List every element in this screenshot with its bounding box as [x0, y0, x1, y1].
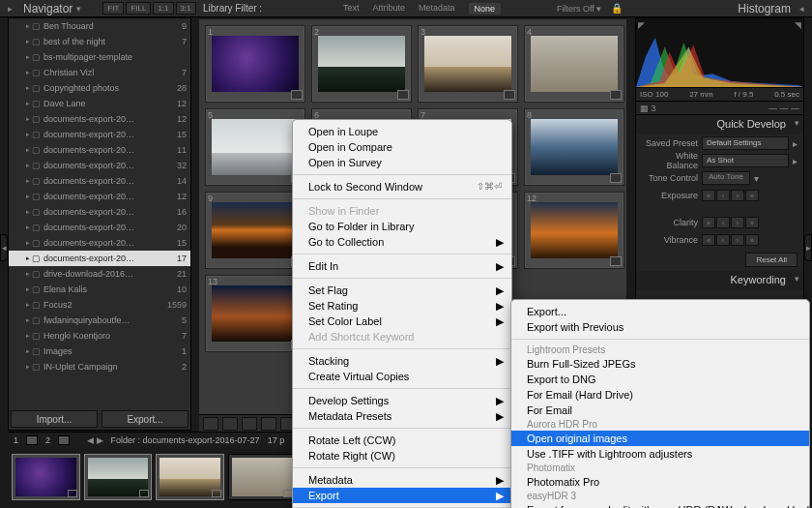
- expand-icon[interactable]: ▸: [24, 270, 32, 278]
- expand-icon[interactable]: ▸: [24, 254, 32, 262]
- folder-row[interactable]: ▸▢Ben Thouard9: [9, 18, 190, 34]
- expand-icon[interactable]: ▸: [24, 84, 32, 92]
- left-blade[interactable]: ◂: [0, 234, 8, 261]
- menu-item[interactable]: Create Virtual Copies: [293, 369, 511, 384]
- cell-badge-icon[interactable]: [397, 90, 409, 100]
- context-submenu-export[interactable]: Export...Export with PreviousLightroom P…: [510, 299, 810, 508]
- expand-icon[interactable]: ▸: [24, 38, 32, 45]
- grid-cell[interactable]: 13: [205, 275, 305, 352]
- grid-cell[interactable]: 5: [205, 108, 305, 186]
- expand-icon[interactable]: ▸: [24, 301, 32, 309]
- menu-item[interactable]: Set Color Label▶: [293, 314, 511, 329]
- collapse-icon[interactable]: ▾: [754, 173, 759, 184]
- expand-icon[interactable]: ▸: [24, 363, 32, 371]
- folder-row[interactable]: ▸▢best of the night7: [9, 34, 190, 49]
- filter-text[interactable]: Text: [343, 3, 360, 15]
- folder-list[interactable]: ▸▢Ben Thouard9▸▢best of the night7▸▢bs-m…: [9, 18, 190, 406]
- menu-item[interactable]: Export▶: [293, 488, 511, 503]
- expand-icon[interactable]: ▸: [24, 100, 32, 107]
- right-blade[interactable]: ▸: [804, 234, 812, 261]
- cell-badge-icon[interactable]: [610, 90, 622, 100]
- folder-row[interactable]: ▸▢IN-Uplet Campaign2: [9, 359, 190, 374]
- zoom-3to1[interactable]: 3:1: [176, 2, 196, 15]
- menu-item[interactable]: Stacking▶: [293, 353, 511, 369]
- keywording-header[interactable]: Keywording: [636, 271, 803, 290]
- grid-cell[interactable]: 3: [418, 25, 518, 103]
- exposure-stepper[interactable]: «‹›»: [702, 190, 759, 201]
- folder-row[interactable]: ▸▢documents-export-20…11: [9, 142, 190, 158]
- folder-row[interactable]: ▸▢documents-export-20…14: [9, 173, 190, 189]
- folder-row[interactable]: ▸▢documents-export-20…32: [9, 158, 190, 173]
- auto-tone-button[interactable]: Auto Tone: [702, 171, 750, 185]
- expand-icon[interactable]: ▸: [24, 239, 32, 247]
- collapse-icon[interactable]: ▸: [793, 138, 798, 149]
- folder-row[interactable]: ▸▢documents-export-20…15: [9, 127, 190, 142]
- expand-icon[interactable]: ▸: [24, 224, 32, 231]
- expand-icon[interactable]: ▸: [24, 347, 32, 355]
- grid-cell[interactable]: 1: [205, 25, 305, 103]
- expand-icon[interactable]: ▸: [24, 53, 32, 61]
- secondary-monitor-icon[interactable]: [58, 435, 70, 445]
- cell-badge-icon[interactable]: [504, 90, 515, 100]
- grid-cell[interactable]: 8: [524, 108, 624, 186]
- folder-row[interactable]: ▸▢documents-export-20…17: [9, 251, 190, 266]
- folder-row[interactable]: ▸▢Copyrighted photos28: [9, 80, 190, 96]
- folder-row[interactable]: ▸▢documents-export-20…15: [9, 235, 190, 251]
- filter-attribute[interactable]: Attribute: [373, 3, 406, 15]
- menu-item[interactable]: Metadata▶: [293, 472, 511, 488]
- menu-item[interactable]: Open in Survey: [293, 155, 511, 170]
- compare-view-button[interactable]: [242, 417, 257, 431]
- menu-item[interactable]: Go to Folder in Library: [293, 219, 511, 234]
- expand-icon[interactable]: ▸: [24, 208, 32, 216]
- folder-row[interactable]: ▸▢bs-multipager-template: [9, 49, 190, 65]
- menu-item[interactable]: Use .TIFF with Lightroom adjusters: [511, 446, 809, 462]
- menu-item[interactable]: Set Flag▶: [293, 283, 511, 298]
- quick-develop-header[interactable]: Quick Develop: [636, 115, 803, 134]
- folder-row[interactable]: ▸▢documents-export-20…12: [9, 189, 190, 204]
- histogram-label[interactable]: Histogram: [738, 2, 791, 15]
- folder-row[interactable]: ▸▢documents-export-20…16: [9, 204, 190, 220]
- expand-icon[interactable]: ▸: [24, 69, 32, 76]
- vibrance-stepper[interactable]: «‹›»: [702, 234, 759, 246]
- menu-item[interactable]: Develop Settings▶: [293, 393, 511, 408]
- filmstrip-thumb[interactable]: [156, 454, 224, 500]
- folder-row[interactable]: ▸▢Images1: [9, 344, 190, 359]
- folder-row[interactable]: ▸▢fwdaninquiryaboutfe…5: [9, 313, 190, 328]
- folder-row[interactable]: ▸▢Christian Vizl7: [9, 65, 190, 80]
- folder-row[interactable]: ▸▢drive-download-2016…21: [9, 266, 190, 282]
- histogram-disclose[interactable]: ◂: [799, 4, 804, 14]
- menu-item[interactable]: For Email: [511, 403, 809, 418]
- expand-icon[interactable]: ▸: [24, 316, 32, 324]
- survey-view-button[interactable]: [261, 417, 276, 431]
- zoom-fill[interactable]: FILL: [126, 2, 151, 15]
- filters-off[interactable]: Filters Off ▾: [557, 4, 601, 14]
- menu-item[interactable]: Open in Compare: [293, 139, 511, 155]
- white-balance-select[interactable]: As Shot: [702, 154, 789, 167]
- filter-metadata[interactable]: Metadata: [419, 3, 455, 15]
- reset-all-button[interactable]: Reset All: [745, 253, 798, 267]
- histogram-clip-right-icon[interactable]: ◥: [795, 20, 801, 30]
- cell-badge-icon[interactable]: [291, 90, 303, 100]
- menu-item[interactable]: Set Rating▶: [293, 298, 511, 314]
- filter-none[interactable]: None: [469, 3, 502, 15]
- expand-icon[interactable]: ▸: [24, 162, 32, 169]
- import-button[interactable]: Import...: [11, 410, 98, 428]
- expand-icon[interactable]: ▸: [24, 193, 32, 200]
- folder-row[interactable]: ▸▢Hengki Koentjoro7: [9, 328, 190, 344]
- menu-item[interactable]: Metadata Presets▶: [293, 408, 511, 424]
- primary-monitor-icon[interactable]: [26, 435, 38, 445]
- expand-icon[interactable]: ▸: [24, 131, 32, 138]
- expand-icon[interactable]: ▸: [24, 115, 32, 123]
- histogram-clip-left-icon[interactable]: ◤: [638, 20, 645, 30]
- filter-lock-icon[interactable]: 🔒: [611, 3, 623, 14]
- grid-cell[interactable]: 4: [524, 25, 624, 103]
- menu-item[interactable]: Burn Full-Sized JPEGs: [511, 356, 809, 372]
- collapse-icon[interactable]: ▸: [793, 156, 798, 166]
- folder-row[interactable]: ▸▢documents-export-20…12: [9, 111, 190, 127]
- loupe-view-button[interactable]: [222, 417, 238, 431]
- grid-view-button[interactable]: [203, 417, 218, 431]
- menu-item[interactable]: Open original images: [511, 431, 809, 446]
- saved-preset-select[interactable]: Default Settings: [702, 136, 789, 150]
- menu-item[interactable]: Export with Previous: [511, 319, 809, 335]
- nav-disclose-left[interactable]: ▸: [8, 4, 13, 14]
